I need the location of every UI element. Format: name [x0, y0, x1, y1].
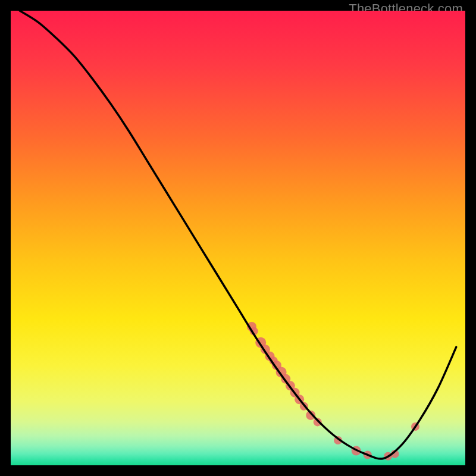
gradient-background [11, 11, 465, 465]
chart-frame [11, 11, 465, 465]
bottleneck-chart [11, 11, 465, 465]
